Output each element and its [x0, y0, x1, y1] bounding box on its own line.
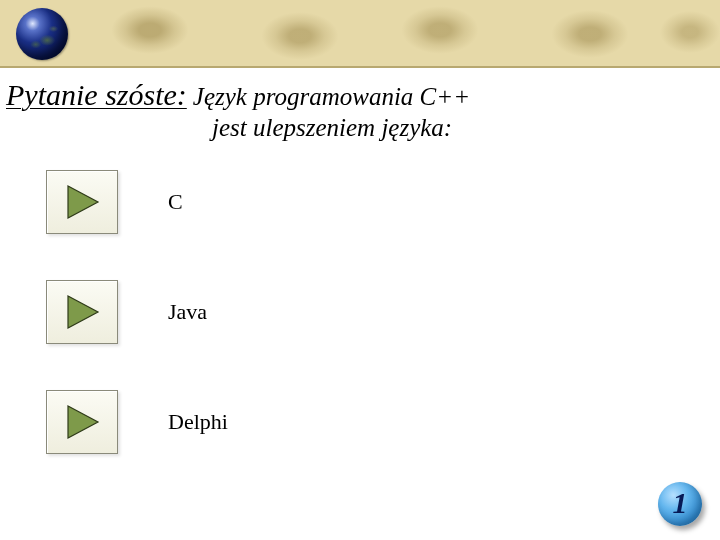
- play-icon: [62, 182, 102, 222]
- play-icon: [62, 292, 102, 332]
- svg-marker-1: [68, 296, 98, 328]
- question-title: Pytanie szóste:: [6, 78, 187, 112]
- slide-number: 1: [673, 486, 688, 520]
- svg-marker-0: [68, 186, 98, 218]
- question-body-part1: Język programowania C++: [193, 83, 470, 111]
- answer-row: Delphi: [0, 390, 720, 454]
- answer-label: Java: [168, 299, 207, 325]
- header-banner: [0, 0, 720, 68]
- question-body-part2: jest ulepszeniem języka:: [6, 114, 714, 142]
- slide-number-badge: 1: [658, 482, 702, 526]
- answer-label: Delphi: [168, 409, 228, 435]
- answer-row: C: [0, 170, 720, 234]
- play-icon: [62, 402, 102, 442]
- slide-number-disc: 1: [658, 482, 702, 526]
- answer-button-2[interactable]: [46, 390, 118, 454]
- svg-marker-2: [68, 406, 98, 438]
- answer-button-1[interactable]: [46, 280, 118, 344]
- answer-label: C: [168, 189, 183, 215]
- answer-row: Java: [0, 280, 720, 344]
- question-line-1: Pytanie szóste: Język programowania C++: [6, 78, 714, 112]
- question-block: Pytanie szóste: Język programowania C++ …: [0, 68, 720, 142]
- answer-button-0[interactable]: [46, 170, 118, 234]
- globe-icon: [16, 8, 68, 60]
- answers-list: C Java Delphi: [0, 170, 720, 454]
